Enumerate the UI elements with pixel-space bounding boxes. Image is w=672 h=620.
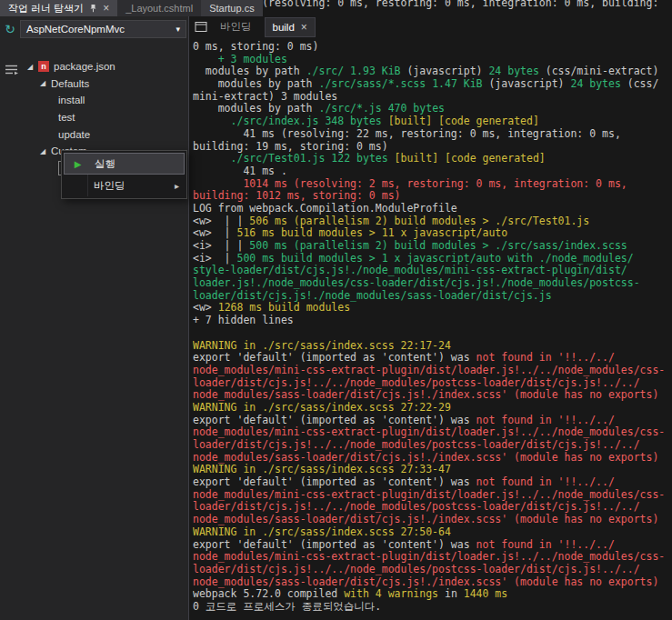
- console-line: node_modules/mini-css-extract-plugin/dis…: [193, 551, 672, 564]
- console-line: export 'default' (imported as 'content')…: [193, 539, 672, 552]
- tree-item-package.json[interactable]: ◢npackage.json: [24, 58, 186, 75]
- doc-tab-task-runner-explorer[interactable]: 작업 러너 탐색기 ×: [0, 0, 117, 16]
- console-line: + 3 modules: [193, 54, 672, 66]
- doc-tab-label: 작업 러너 탐색기: [8, 2, 84, 15]
- console-line: <i> | | 500 ms (parallelism 2) build mod…: [193, 240, 672, 253]
- console-line: mini-extract) 3 modules: [193, 91, 672, 104]
- console-line: export 'default' (imported as 'content')…: [193, 415, 672, 427]
- console-tab-close-icon[interactable]: ×: [301, 22, 307, 33]
- console-line: WARNING in ./src/sass/index.scss 22:17-2…: [193, 340, 672, 353]
- console-line: 41 ms .: [193, 165, 672, 178]
- console-clipped-line: 41 ms (resolving: 0 ms, restoring: 0 ms,…: [193, 0, 658, 9]
- chevron-down-icon: ▾: [176, 25, 180, 34]
- console-line: modules by path ./src/ 1.93 KiB (javascr…: [193, 65, 672, 78]
- console-line: <w> 1268 ms build modules: [193, 302, 672, 315]
- console-line: loader/dist/cjs.js!../../node_modules/po…: [193, 501, 672, 514]
- task-runner-toolbar: ↻ AspNetCoreNpmMvc ▾: [0, 16, 188, 41]
- project-dropdown-value: AspNetCoreNpmMvc: [26, 24, 125, 35]
- console-line: building: 19 ms, storing: 0 ms): [193, 141, 672, 154]
- console-output[interactable]: 0 ms, storing: 0 ms) + 3 modules modules…: [193, 41, 672, 620]
- close-icon[interactable]: ×: [103, 3, 109, 14]
- console-line: node_modules/sass-loader/dist/cjs.js!./i…: [193, 389, 672, 402]
- task-runner-panel: ↻ AspNetCoreNpmMvc ▾ ◢npackage.json◢Defa…: [0, 16, 189, 620]
- doc-tab-label: Startup.cs: [209, 3, 255, 14]
- console-line: WARNING in ./src/sass/index.scss 27:50-6…: [193, 526, 672, 539]
- console-line: loader/dist/cjs.js!../../node_modules/po…: [193, 377, 672, 390]
- console-line: <w> | 516 ms build modules > 11 x javasc…: [193, 227, 672, 240]
- console-line: modules by path ./src/sass/*.scss 1.47 K…: [193, 78, 672, 91]
- expander-icon[interactable]: ◢: [40, 147, 51, 155]
- console-line: building: 1012 ms, storing: 0 ms): [193, 190, 672, 203]
- console-line: + 7 hidden lines: [193, 315, 672, 327]
- console-line: webpack 5.72.0 compiled with 4 warnings …: [193, 588, 672, 601]
- tree-item-label: test: [58, 112, 75, 123]
- tree-item-label: install: [58, 95, 85, 105]
- tree-item-label: Defaults: [51, 78, 89, 89]
- console-line: export 'default' (imported as 'content')…: [193, 476, 672, 489]
- console-line: node_modules/sass-loader/dist/cjs.js!./i…: [193, 576, 672, 589]
- context-menu: ▶ 실행 바인딩 ▸: [61, 150, 187, 199]
- refresh-button[interactable]: ↻: [2, 21, 18, 38]
- console-line: ./src/Test01.js 122 bytes [built] [code …: [193, 153, 672, 165]
- console-tab-build-label: build: [273, 22, 295, 33]
- console-line: <w> | | 506 ms (parallelism 2) build mod…: [193, 215, 672, 228]
- menu-item-run[interactable]: ▶ 실행: [64, 153, 185, 175]
- console-panel: 41 ms (resolving: 0 ms, restoring: 0 ms,…: [189, 0, 672, 620]
- tree-item-update[interactable]: update: [24, 125, 186, 143]
- menu-item-bindings[interactable]: 바인딩 ▸: [64, 175, 185, 196]
- console-line: [193, 327, 672, 340]
- console-line: 1014 ms (resolving: 2 ms, restoring: 0 m…: [193, 178, 672, 191]
- console-window-icon: [195, 21, 207, 33]
- console-line: node_modules/mini-css-extract-plugin/dis…: [193, 489, 672, 502]
- console-line: export 'default' (imported as 'content')…: [193, 352, 672, 365]
- console-tab-bindings[interactable]: 바인딩: [213, 18, 259, 36]
- tree-item-install[interactable]: install: [24, 92, 186, 109]
- console-line: ./src/index.js 348 bytes [built] [code g…: [193, 115, 672, 128]
- menu-item-bindings-label: 바인딩: [94, 179, 125, 193]
- tree-item-Defaults[interactable]: ◢Defaults: [24, 75, 186, 93]
- task-list-icon[interactable]: [5, 64, 19, 75]
- project-dropdown[interactable]: AspNetCoreNpmMvc ▾: [20, 20, 186, 38]
- npm-icon: n: [38, 61, 49, 72]
- console-line: 41 ms (resolving: 22 ms, restoring: 0 ms…: [193, 128, 672, 141]
- console-line: node_modules/sass-loader/dist/cjs.js!./i…: [193, 452, 672, 465]
- console-line: 0 코드로 프로세스가 종료되었습니다.: [193, 601, 672, 614]
- expander-icon[interactable]: ◢: [27, 63, 38, 71]
- task-runner-explorer-window: 41 ms (resolving: 0 ms, restoring: 0 ms,…: [0, 0, 672, 620]
- console-line: node_modules/mini-css-extract-plugin/dis…: [193, 365, 672, 377]
- console-line: WARNING in ./src/sass/index.scss 27:33-4…: [193, 464, 672, 476]
- console-line: node_modules/sass-loader/dist/cjs.js!./i…: [193, 514, 672, 526]
- console-tab-bar: 바인딩 build ×: [189, 15, 672, 39]
- console-line: 0 ms, storing: 0 ms): [193, 41, 672, 54]
- play-icon: ▶: [71, 159, 85, 169]
- console-line: loader/dist/cjs.js!../../node_modules/po…: [193, 439, 672, 452]
- console-tab-bindings-label: 바인딩: [220, 20, 252, 34]
- console-line: modules by path ./src/*.js 470 bytes: [193, 103, 672, 115]
- pin-icon[interactable]: [89, 4, 97, 13]
- menu-item-run-label: 실행: [95, 157, 115, 171]
- console-line: WARNING in ./src/sass/index.scss 27:22-2…: [193, 402, 672, 415]
- document-tab-strip: 작업 러너 탐색기 × _Layout.cshtml Startup.cs: [0, 0, 263, 16]
- doc-tab-startup-cs[interactable]: Startup.cs: [201, 0, 263, 16]
- doc-tab-label: _Layout.cshtml: [125, 3, 193, 14]
- tree-item-label: update: [58, 129, 90, 140]
- console-line: loader/dist/cjs.js!./node_modules/sass-l…: [193, 290, 672, 303]
- console-line: node_modules/mini-css-extract-plugin/dis…: [193, 426, 672, 439]
- task-tree: ◢npackage.json◢Defaultsinstalltestupdate…: [24, 58, 186, 620]
- console-line: LOG from webpack.Compilation.ModuleProfi…: [193, 203, 672, 215]
- tree-item-test[interactable]: test: [24, 109, 186, 126]
- console-line: loader.js!./node_modules/css-loader/dist…: [193, 277, 672, 290]
- submenu-arrow-icon: ▸: [175, 181, 179, 191]
- console-line: <i> | 500 ms build modules > 1 x javascr…: [193, 253, 672, 265]
- tree-item-label: package.json: [54, 61, 115, 72]
- doc-tab-layout-cshtml[interactable]: _Layout.cshtml: [117, 0, 201, 16]
- expander-icon[interactable]: ◢: [40, 79, 51, 87]
- console-line: style-loader/dist/cjs.js!./node_modules/…: [193, 265, 672, 277]
- left-icon-strip: [0, 58, 24, 620]
- console-line: loader/dist/cjs.js!../../node_modules/po…: [193, 564, 672, 576]
- console-tab-build[interactable]: build ×: [265, 17, 316, 37]
